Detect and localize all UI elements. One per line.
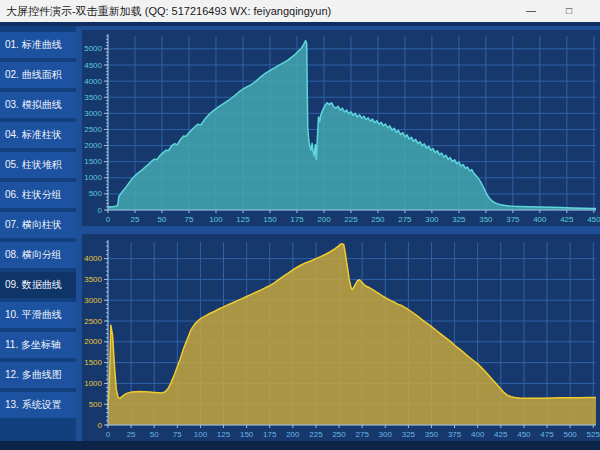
svg-text:100: 100 [209, 215, 223, 224]
svg-text:5000: 5000 [84, 44, 102, 53]
svg-text:350: 350 [425, 430, 439, 439]
svg-text:450: 450 [587, 215, 600, 224]
svg-text:3000: 3000 [84, 296, 102, 305]
svg-text:75: 75 [185, 215, 194, 224]
svg-text:1000: 1000 [84, 379, 102, 388]
svg-text:75: 75 [173, 430, 182, 439]
sidebar-item-09[interactable]: 09. 数据曲线 [0, 272, 76, 298]
sidebar-item-02[interactable]: 02. 曲线面积 [0, 62, 76, 88]
sidebar-item-06[interactable]: 06. 柱状分组 [0, 182, 76, 208]
main-area: 0500100015002000250030003500400045005000… [76, 26, 600, 441]
svg-text:425: 425 [560, 215, 574, 224]
svg-text:425: 425 [494, 430, 508, 439]
svg-text:275: 275 [398, 215, 412, 224]
svg-text:3500: 3500 [84, 275, 102, 284]
svg-text:25: 25 [131, 215, 140, 224]
titlebar: 大屏控件演示-双击重新加载 (QQ: 517216493 WX: feiyang… [0, 0, 600, 22]
svg-text:200: 200 [286, 430, 300, 439]
sidebar-item-01[interactable]: 01. 标准曲线 [0, 32, 76, 58]
svg-text:4500: 4500 [84, 61, 102, 70]
svg-text:500: 500 [563, 430, 577, 439]
sidebar-item-04[interactable]: 04. 标准柱状 [0, 122, 76, 148]
svg-text:225: 225 [344, 215, 358, 224]
svg-text:150: 150 [263, 215, 277, 224]
svg-text:250: 250 [332, 430, 346, 439]
sidebar-item-12[interactable]: 12. 多曲线图 [0, 362, 76, 388]
svg-text:325: 325 [402, 430, 416, 439]
svg-text:2500: 2500 [84, 317, 102, 326]
window-title: 大屏控件演示-双击重新加载 (QQ: 517216493 WX: feiyang… [0, 4, 331, 19]
sidebar-item-11[interactable]: 11. 多坐标轴 [0, 332, 76, 358]
svg-text:450: 450 [517, 430, 531, 439]
bottom-chart-panel[interactable]: 0500100015002000250030003500400002550751… [82, 234, 600, 441]
svg-text:50: 50 [158, 215, 167, 224]
window-controls: — □ [526, 0, 600, 22]
svg-text:300: 300 [379, 430, 393, 439]
svg-text:3500: 3500 [84, 93, 102, 102]
svg-text:1500: 1500 [84, 358, 102, 367]
svg-text:0: 0 [98, 421, 103, 430]
svg-text:400: 400 [533, 215, 547, 224]
svg-text:2500: 2500 [84, 125, 102, 134]
svg-text:0: 0 [106, 430, 111, 439]
svg-text:175: 175 [290, 215, 304, 224]
svg-text:350: 350 [479, 215, 493, 224]
svg-text:100: 100 [194, 430, 208, 439]
svg-text:150: 150 [240, 430, 254, 439]
svg-text:0: 0 [98, 206, 103, 215]
sidebar-item-05[interactable]: 05. 柱状堆积 [0, 152, 76, 178]
maximize-button[interactable]: □ [566, 0, 572, 22]
sidebar-item-07[interactable]: 07. 横向柱状 [0, 212, 76, 238]
svg-text:3000: 3000 [84, 109, 102, 118]
svg-text:1500: 1500 [84, 157, 102, 166]
svg-text:50: 50 [150, 430, 159, 439]
minimize-button[interactable]: — [526, 0, 536, 22]
sidebar-item-10[interactable]: 10. 平滑曲线 [0, 302, 76, 328]
svg-text:375: 375 [448, 430, 462, 439]
svg-text:300: 300 [425, 215, 439, 224]
svg-text:1000: 1000 [84, 173, 102, 182]
svg-text:375: 375 [506, 215, 520, 224]
sidebar-item-13[interactable]: 13. 系统设置 [0, 392, 76, 418]
bottom-area-chart: 0500100015002000250030003500400002550751… [82, 234, 600, 441]
svg-text:4000: 4000 [84, 77, 102, 86]
svg-text:525: 525 [587, 430, 600, 439]
svg-text:200: 200 [317, 215, 331, 224]
svg-text:500: 500 [89, 400, 103, 409]
svg-text:275: 275 [355, 430, 369, 439]
svg-text:175: 175 [263, 430, 277, 439]
sidebar-item-03[interactable]: 03. 模拟曲线 [0, 92, 76, 118]
app-window: 大屏控件演示-双击重新加载 (QQ: 517216493 WX: feiyang… [0, 0, 600, 450]
svg-text:325: 325 [452, 215, 466, 224]
svg-text:475: 475 [540, 430, 554, 439]
svg-text:4000: 4000 [84, 254, 102, 263]
svg-text:2000: 2000 [84, 141, 102, 150]
svg-text:125: 125 [236, 215, 250, 224]
svg-text:25: 25 [127, 430, 136, 439]
svg-text:400: 400 [471, 430, 485, 439]
svg-text:0: 0 [106, 215, 111, 224]
svg-text:225: 225 [309, 430, 323, 439]
svg-text:250: 250 [371, 215, 385, 224]
svg-text:2000: 2000 [84, 337, 102, 346]
top-chart-panel[interactable]: 0500100015002000250030003500400045005000… [82, 30, 600, 226]
sidebar: 01. 标准曲线02. 曲线面积03. 模拟曲线04. 标准柱状05. 柱状堆积… [0, 26, 76, 441]
sidebar-item-08[interactable]: 08. 横向分组 [0, 242, 76, 268]
svg-text:500: 500 [89, 189, 103, 198]
content-area: 01. 标准曲线02. 曲线面积03. 模拟曲线04. 标准柱状05. 柱状堆积… [0, 26, 600, 441]
svg-text:125: 125 [217, 430, 231, 439]
top-area-chart: 0500100015002000250030003500400045005000… [82, 30, 600, 226]
bottom-edge [0, 441, 600, 450]
